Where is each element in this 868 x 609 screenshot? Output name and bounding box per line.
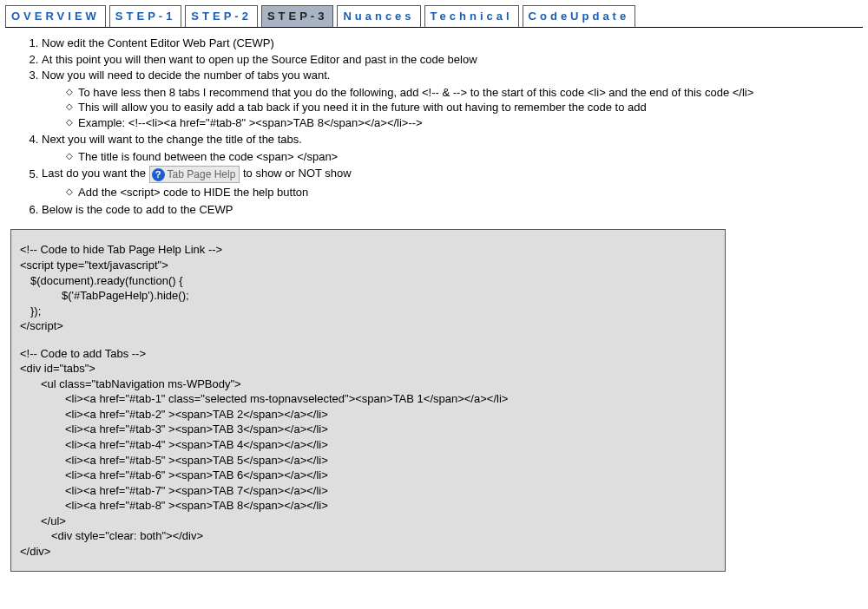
code-line: <li><a href="#tab-4" ><span>TAB 4</span>… — [20, 437, 716, 453]
code-line: <li><a href="#tab-1" class="selected ms-… — [20, 391, 716, 407]
step-3b: This will allow you to easily add a tab … — [66, 100, 863, 115]
code-line: <div style="clear: both"></div> — [20, 528, 716, 544]
step-5: Last do you want the ? Tab Page Help to … — [42, 166, 863, 200]
step-3a: To have less then 8 tabs I recommend tha… — [66, 85, 863, 101]
code-line: </ul> — [20, 514, 716, 529]
step-5-text-a: Last do you want the — [42, 167, 149, 180]
code-line: <div id="tabs"> — [20, 361, 716, 377]
step-1: Now edit the Content Editor Web Part (CE… — [42, 36, 863, 51]
code-line: <li><a href="#tab-6" ><span>TAB 6</span>… — [20, 468, 716, 483]
code-line: <li><a href="#tab-3" ><span>TAB 3</span>… — [20, 422, 716, 437]
code-line: $('#TabPageHelp').hide(); — [20, 288, 716, 304]
tab-codeupdate[interactable]: CodeUpdate — [523, 5, 636, 27]
step-4-text: Next you will want to the change the tit… — [42, 133, 302, 146]
step-4: Next you will want to the change the tit… — [42, 132, 863, 164]
tab-step1[interactable]: STEP-1 — [109, 5, 182, 27]
step-6: Below is the code to add to the CEWP — [42, 202, 863, 218]
step-5a: Add the <script> code to HIDE the help b… — [66, 185, 863, 200]
tab-step2[interactable]: STEP-2 — [185, 5, 258, 27]
code-line: <li><a href="#tab-8" ><span>TAB 8</span>… — [20, 498, 716, 514]
code-line: $(document).ready(function() { — [20, 273, 716, 289]
code-line: </div> — [20, 544, 716, 560]
tab-technical[interactable]: Technical — [424, 5, 519, 27]
code-line: <script type="text/javascript"> — [20, 258, 716, 273]
tab-bar: OVERVIEW STEP-1 STEP-2 STEP-3 Nuances Te… — [5, 5, 863, 28]
tab-step3[interactable]: STEP-3 — [261, 5, 334, 27]
step-3c: Example: <!--<li><a href="#tab-8" ><span… — [66, 115, 863, 131]
code-line: <!-- Code to add Tabs --> — [20, 346, 716, 362]
help-label: Tab Page Help — [168, 167, 236, 181]
tab-page-help-chip[interactable]: ? Tab Page Help — [149, 166, 240, 183]
code-line: <ul class="tabNavigation ms-WPBody"> — [20, 377, 716, 392]
step-2: At this point you will then want to open… — [42, 52, 863, 68]
code-block: <!-- Code to hide Tab Page Help Link -->… — [10, 229, 726, 572]
code-line: <li><a href="#tab-5" ><span>TAB 5</span>… — [20, 453, 716, 468]
tab-nuances[interactable]: Nuances — [337, 5, 420, 27]
code-line: </script> — [20, 318, 716, 334]
instructions: Now edit the Content Editor Web Part (CE… — [5, 28, 863, 217]
code-line: <li><a href="#tab-7" ><span>TAB 7</span>… — [20, 483, 716, 499]
step-4a: The title is found between the code <spa… — [66, 149, 863, 165]
code-line: <!-- Code to hide Tab Page Help Link --> — [20, 242, 716, 258]
step-3: Now you will need to decide the number o… — [42, 68, 863, 130]
code-line: <li><a href="#tab-2" ><span>TAB 2</span>… — [20, 407, 716, 422]
tab-overview[interactable]: OVERVIEW — [5, 5, 106, 27]
code-line: }); — [20, 304, 716, 319]
step-5-text-b: to show or NOT show — [243, 167, 352, 180]
step-3-text: Now you will need to decide the number o… — [42, 69, 330, 82]
help-icon: ? — [152, 168, 165, 181]
